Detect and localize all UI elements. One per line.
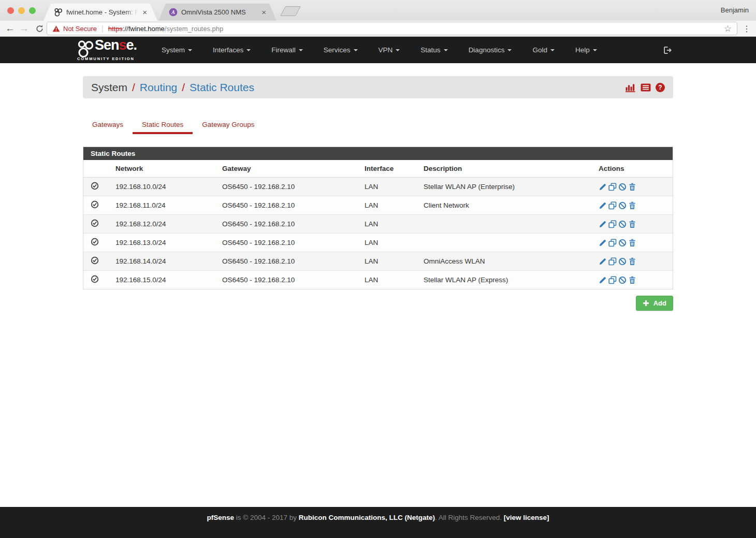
route-description: OmniAccess WLAN (414, 252, 589, 271)
profile-name[interactable]: Benjamin (721, 6, 749, 14)
log-icon[interactable] (641, 83, 651, 92)
enabled-check-icon (91, 256, 99, 265)
menu-services[interactable]: Services (313, 46, 368, 54)
new-tab-button[interactable] (280, 6, 301, 16)
chevron-down-icon (354, 49, 358, 51)
logout-button[interactable] (663, 46, 672, 54)
table-row: 192.168.10.0/24 OS6450 - 192.168.2.10 LA… (83, 178, 673, 196)
route-description (414, 234, 589, 252)
tab-gateway-groups[interactable]: Gateway Groups (193, 116, 264, 133)
menu-status[interactable]: Status (410, 46, 458, 54)
chevron-down-icon (188, 49, 192, 51)
add-button[interactable]: Add (636, 296, 673, 311)
pfsense-logo-icon (77, 40, 94, 59)
chevron-down-icon (299, 49, 303, 51)
footer-company: Rubicon Communications, LLC (Netgate) (299, 514, 435, 521)
page-title: Static Routes (190, 81, 254, 94)
delete-icon[interactable] (628, 276, 636, 284)
delete-icon[interactable] (628, 201, 636, 210)
pfsense-logo-text: Sense. (95, 37, 137, 53)
browser-tab-omnivista[interactable]: OmniVista 2500 NMS × (158, 4, 277, 21)
route-network: 192.168.12.0/24 (106, 215, 213, 234)
delete-icon[interactable] (628, 257, 636, 266)
route-network: 192.168.15.0/24 (106, 271, 213, 289)
copy-icon[interactable] (608, 239, 617, 247)
disable-icon[interactable] (618, 201, 627, 210)
route-gateway: OS6450 - 192.168.2.10 (213, 178, 355, 196)
view-license-link[interactable]: [view license] (504, 514, 549, 521)
browser-menu-icon[interactable]: ⋮ (743, 24, 751, 34)
route-interface: LAN (355, 271, 414, 289)
delete-icon[interactable] (628, 239, 636, 247)
menu-firewall[interactable]: Firewall (261, 46, 313, 54)
breadcrumb-routing-link[interactable]: Routing (140, 81, 177, 94)
page-content: System / Routing / Static Routes ? Gatew… (0, 76, 756, 311)
bookmark-star-icon[interactable]: ☆ (724, 23, 732, 34)
chevron-down-icon (550, 49, 555, 51)
main-menu: System Interfaces Firewall Services VPN … (151, 46, 607, 54)
sign-out-icon (663, 46, 672, 54)
copy-icon[interactable] (608, 220, 617, 228)
close-window-button[interactable] (7, 7, 14, 14)
route-gateway: OS6450 - 192.168.2.10 (213, 234, 355, 252)
tab-static-routes[interactable]: Static Routes (133, 116, 193, 133)
omnivista-favicon-icon (169, 8, 178, 17)
panel-title: Static Routes (83, 147, 673, 160)
tab-close-icon[interactable]: × (142, 8, 147, 16)
disable-icon[interactable] (618, 257, 627, 266)
edit-icon[interactable] (599, 183, 607, 191)
copy-icon[interactable] (608, 276, 617, 284)
route-gateway: OS6450 - 192.168.2.10 (213, 252, 355, 271)
disable-icon[interactable] (618, 239, 627, 247)
enabled-check-icon (91, 182, 99, 190)
forward-button[interactable]: → (17, 23, 31, 34)
pfsense-logo[interactable]: Sense. COMMUNITY EDITION (77, 39, 140, 61)
delete-icon[interactable] (628, 183, 636, 191)
copy-icon[interactable] (608, 257, 617, 266)
menu-help[interactable]: Help (565, 46, 607, 54)
route-network: 192.168.13.0/24 (106, 234, 213, 252)
menu-gold[interactable]: Gold (522, 46, 565, 54)
delete-icon[interactable] (628, 220, 636, 228)
column-gateway: Gateway (213, 160, 355, 178)
route-interface: LAN (355, 215, 414, 234)
route-interface: LAN (355, 234, 414, 252)
copy-icon[interactable] (608, 183, 617, 191)
column-actions: Actions (589, 160, 673, 178)
enabled-check-icon (91, 275, 99, 283)
disable-icon[interactable] (618, 220, 627, 228)
menu-vpn[interactable]: VPN (368, 46, 411, 54)
routing-tabs: Gateways Static Routes Gateway Groups (83, 116, 673, 133)
browser-tab-pfsense[interactable]: fwinet.home - System: Routing × (43, 4, 157, 21)
disable-icon[interactable] (618, 276, 627, 284)
address-bar[interactable]: Not Secure | https://fwinet.home/system_… (47, 22, 737, 35)
help-icon[interactable]: ? (656, 83, 665, 92)
url-host: ://fwinet.home (123, 25, 165, 33)
edit-icon[interactable] (599, 201, 607, 210)
route-interface: LAN (355, 196, 414, 215)
tab-close-icon[interactable]: × (261, 8, 266, 16)
table-row: 192.168.13.0/24 OS6450 - 192.168.2.10 LA… (83, 234, 673, 252)
edit-icon[interactable] (599, 239, 607, 247)
pfsense-navbar: Sense. COMMUNITY EDITION System Interfac… (0, 37, 756, 63)
edit-icon[interactable] (599, 276, 607, 284)
edit-icon[interactable] (599, 257, 607, 266)
copy-icon[interactable] (608, 201, 617, 210)
tab-gateways[interactable]: Gateways (83, 116, 133, 133)
back-button[interactable]: ← (3, 23, 17, 34)
url-divider: | (101, 24, 104, 33)
menu-system[interactable]: System (151, 46, 202, 54)
menu-diagnostics[interactable]: Diagnostics (458, 46, 522, 54)
reload-button[interactable] (35, 24, 44, 33)
edit-icon[interactable] (599, 220, 607, 228)
table-row: 192.168.14.0/24 OS6450 - 192.168.2.10 LA… (83, 252, 673, 271)
menu-interfaces[interactable]: Interfaces (202, 46, 261, 54)
status-monitoring-icon[interactable] (626, 83, 636, 92)
not-secure-label[interactable]: Not Secure (63, 25, 97, 33)
warning-icon[interactable] (52, 25, 60, 32)
breadcrumb-system: System (91, 81, 127, 94)
disable-icon[interactable] (618, 183, 627, 191)
zoom-window-button[interactable] (29, 7, 36, 14)
minimize-window-button[interactable] (18, 7, 25, 14)
url-text[interactable]: https://fwinet.home/system_routes.php (108, 25, 224, 33)
